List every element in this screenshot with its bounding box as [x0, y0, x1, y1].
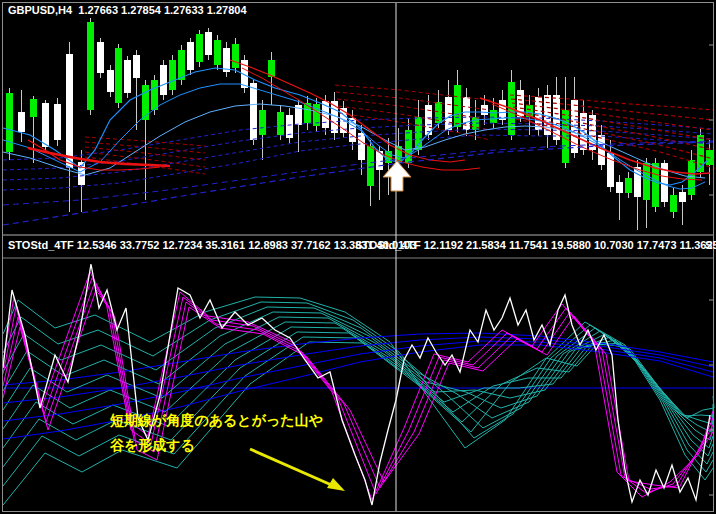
bear-candle: [18, 112, 25, 132]
bull-candle: [169, 60, 176, 90]
chart-canvas[interactable]: [0, 0, 716, 514]
bear-candle: [66, 54, 73, 168]
bear-candle: [107, 70, 114, 92]
bear-candle: [133, 55, 140, 78]
bull-candle: [142, 85, 149, 120]
bear-candle: [358, 133, 365, 160]
bear-candle: [97, 42, 104, 73]
bear-candle: [250, 83, 257, 140]
bear-candle: [42, 103, 49, 147]
bear-candle: [679, 192, 686, 202]
bear-candle: [124, 60, 131, 93]
bull-candle: [367, 146, 374, 186]
sto-slow-teal-fan: [3, 332, 713, 467]
bull-candle: [214, 40, 221, 65]
sto-fast-white: [3, 264, 710, 505]
bull-candle: [277, 112, 284, 135]
bull-candle: [670, 195, 677, 212]
bull-candle: [178, 50, 185, 80]
sto-slow-teal-fan: [3, 302, 713, 472]
sto-mid-magenta-fan: [3, 284, 713, 489]
bull-candle: [490, 110, 497, 123]
bull-candle: [151, 80, 158, 110]
candlestick-series: [6, 18, 713, 230]
bear-candle: [205, 32, 212, 55]
mt4-chart-window: GBPUSD,H4 1.27663 1.27854 1.27633 1.2780…: [0, 0, 716, 514]
bull-candle: [259, 110, 266, 135]
bull-candle: [643, 163, 650, 200]
bull-candle: [232, 44, 239, 68]
bull-candle: [625, 178, 632, 193]
bull-candle: [115, 48, 122, 103]
bear-candle: [54, 104, 61, 140]
bull-candle: [87, 22, 94, 110]
annotation-arrow-line[interactable]: [250, 449, 336, 487]
sto-mid-magenta-fan: [3, 272, 713, 500]
annotation-arrow-head[interactable]: [327, 478, 345, 491]
up-arrow-object[interactable]: [383, 161, 411, 191]
bull-candle: [688, 160, 695, 195]
bull-candle: [652, 163, 659, 207]
bull-candle: [196, 34, 203, 62]
bear-candle: [481, 105, 488, 115]
bear-candle: [160, 65, 167, 95]
stochastic-subwindow: [3, 258, 714, 505]
bear-candle: [187, 42, 194, 70]
bear-candle: [616, 182, 623, 193]
bull-candle: [30, 99, 37, 117]
